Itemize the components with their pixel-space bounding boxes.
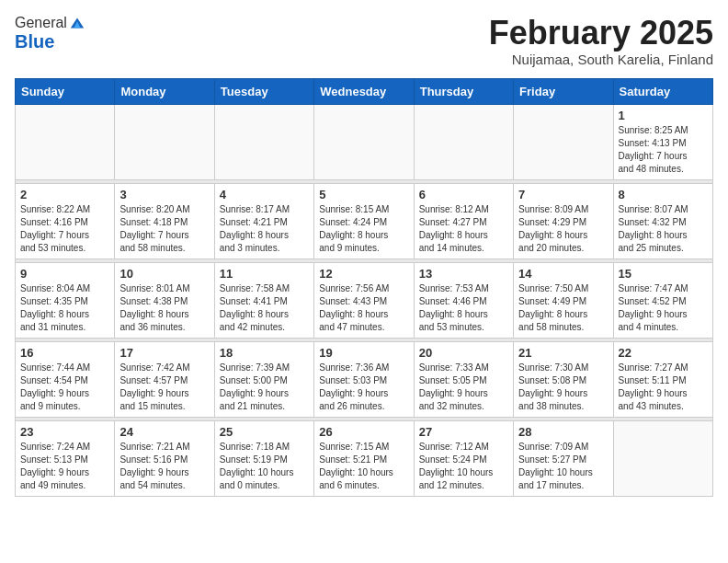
- day-number: 12: [319, 267, 408, 281]
- weekday-header-tuesday: Tuesday: [214, 78, 313, 104]
- day-number: 26: [319, 425, 408, 439]
- day-number: 2: [20, 188, 109, 201]
- calendar-cell: 3Sunrise: 8:20 AM Sunset: 4:18 PM Daylig…: [115, 183, 214, 259]
- calendar-cell: 22Sunrise: 7:27 AM Sunset: 5:11 PM Dayli…: [613, 341, 712, 417]
- page-subtitle: Nuijamaa, South Karelia, Finland: [489, 52, 713, 67]
- day-number: 6: [419, 188, 508, 201]
- day-number: 15: [619, 267, 708, 281]
- calendar-cell: 27Sunrise: 7:12 AM Sunset: 5:24 PM Dayli…: [414, 420, 513, 496]
- calendar-cell: 8Sunrise: 8:07 AM Sunset: 4:32 PM Daylig…: [613, 183, 712, 259]
- calendar-cell: 2Sunrise: 8:22 AM Sunset: 4:16 PM Daylig…: [16, 183, 115, 259]
- day-info: Sunrise: 8:12 AM Sunset: 4:27 PM Dayligh…: [419, 203, 508, 255]
- calendar-cell: 12Sunrise: 7:56 AM Sunset: 4:43 PM Dayli…: [314, 262, 414, 338]
- day-number: 5: [319, 188, 408, 201]
- calendar-week-row: 9Sunrise: 8:04 AM Sunset: 4:35 PM Daylig…: [16, 262, 713, 338]
- day-info: Sunrise: 7:36 AM Sunset: 5:03 PM Dayligh…: [319, 362, 408, 413]
- calendar-cell: 16Sunrise: 7:44 AM Sunset: 4:54 PM Dayli…: [16, 341, 115, 417]
- weekday-header-thursday: Thursday: [414, 78, 513, 104]
- logo-icon: [69, 15, 85, 31]
- day-info: Sunrise: 7:27 AM Sunset: 5:11 PM Dayligh…: [619, 362, 708, 413]
- day-number: 18: [220, 346, 309, 360]
- day-info: Sunrise: 7:58 AM Sunset: 4:41 PM Dayligh…: [220, 282, 309, 334]
- day-number: 19: [319, 346, 408, 360]
- calendar-cell: 5Sunrise: 8:15 AM Sunset: 4:24 PM Daylig…: [314, 183, 414, 259]
- calendar-cell: 1Sunrise: 8:25 AM Sunset: 4:13 PM Daylig…: [613, 104, 712, 179]
- weekday-header-row: SundayMondayTuesdayWednesdayThursdayFrid…: [16, 78, 713, 104]
- calendar-cell: 20Sunrise: 7:33 AM Sunset: 5:05 PM Dayli…: [414, 341, 513, 417]
- weekday-header-wednesday: Wednesday: [314, 78, 414, 104]
- title-block: February 2025 Nuijamaa, South Karelia, F…: [489, 15, 713, 67]
- day-number: 22: [619, 346, 708, 360]
- calendar-cell: [514, 104, 613, 179]
- calendar-cell: [613, 420, 712, 496]
- calendar-week-row: 2Sunrise: 8:22 AM Sunset: 4:16 PM Daylig…: [16, 183, 713, 259]
- day-number: 4: [220, 188, 309, 201]
- calendar-cell: [16, 104, 115, 179]
- page-header: General Blue February 2025 Nuijamaa, Sou…: [15, 15, 713, 67]
- day-number: 20: [419, 346, 508, 360]
- day-info: Sunrise: 8:04 AM Sunset: 4:35 PM Dayligh…: [20, 282, 109, 334]
- day-number: 11: [220, 267, 309, 281]
- day-number: 28: [518, 425, 608, 439]
- day-number: 9: [20, 267, 109, 281]
- calendar-cell: 11Sunrise: 7:58 AM Sunset: 4:41 PM Dayli…: [214, 262, 313, 338]
- weekday-header-friday: Friday: [514, 78, 613, 104]
- calendar-cell: 17Sunrise: 7:42 AM Sunset: 4:57 PM Dayli…: [115, 341, 214, 417]
- day-info: Sunrise: 8:20 AM Sunset: 4:18 PM Dayligh…: [119, 203, 209, 255]
- calendar-week-row: 1Sunrise: 8:25 AM Sunset: 4:13 PM Daylig…: [16, 104, 713, 179]
- day-info: Sunrise: 7:56 AM Sunset: 4:43 PM Dayligh…: [319, 282, 408, 334]
- day-number: 10: [119, 267, 209, 281]
- day-number: 21: [518, 346, 608, 360]
- calendar-cell: [414, 104, 513, 179]
- day-info: Sunrise: 8:25 AM Sunset: 4:13 PM Dayligh…: [619, 124, 708, 176]
- logo-blue-text: Blue: [15, 31, 54, 52]
- day-info: Sunrise: 7:30 AM Sunset: 5:08 PM Dayligh…: [518, 362, 608, 413]
- calendar-cell: 18Sunrise: 7:39 AM Sunset: 5:00 PM Dayli…: [214, 341, 313, 417]
- calendar-cell: 9Sunrise: 8:04 AM Sunset: 4:35 PM Daylig…: [16, 262, 115, 338]
- calendar-cell: [214, 104, 313, 179]
- day-info: Sunrise: 8:15 AM Sunset: 4:24 PM Dayligh…: [319, 203, 408, 255]
- day-info: Sunrise: 8:17 AM Sunset: 4:21 PM Dayligh…: [220, 203, 309, 255]
- calendar-week-row: 23Sunrise: 7:24 AM Sunset: 5:13 PM Dayli…: [16, 420, 713, 496]
- day-number: 16: [20, 346, 109, 360]
- day-info: Sunrise: 8:09 AM Sunset: 4:29 PM Dayligh…: [518, 203, 608, 255]
- day-info: Sunrise: 7:21 AM Sunset: 5:16 PM Dayligh…: [119, 441, 209, 492]
- weekday-header-sunday: Sunday: [16, 78, 115, 104]
- logo: General Blue: [15, 15, 85, 52]
- day-number: 24: [119, 425, 209, 439]
- calendar-table: SundayMondayTuesdayWednesdayThursdayFrid…: [15, 78, 713, 497]
- calendar-cell: 13Sunrise: 7:53 AM Sunset: 4:46 PM Dayli…: [414, 262, 513, 338]
- day-info: Sunrise: 7:12 AM Sunset: 5:24 PM Dayligh…: [419, 441, 508, 492]
- calendar-cell: 23Sunrise: 7:24 AM Sunset: 5:13 PM Dayli…: [16, 420, 115, 496]
- calendar-cell: [115, 104, 214, 179]
- day-info: Sunrise: 8:07 AM Sunset: 4:32 PM Dayligh…: [619, 203, 708, 255]
- day-info: Sunrise: 7:33 AM Sunset: 5:05 PM Dayligh…: [419, 362, 508, 413]
- calendar-cell: 10Sunrise: 8:01 AM Sunset: 4:38 PM Dayli…: [115, 262, 214, 338]
- weekday-header-saturday: Saturday: [613, 78, 712, 104]
- page-title: February 2025: [489, 15, 713, 52]
- logo-general-text: General: [15, 15, 67, 31]
- calendar-cell: 6Sunrise: 8:12 AM Sunset: 4:27 PM Daylig…: [414, 183, 513, 259]
- day-info: Sunrise: 7:47 AM Sunset: 4:52 PM Dayligh…: [619, 282, 708, 334]
- day-info: Sunrise: 7:15 AM Sunset: 5:21 PM Dayligh…: [319, 441, 408, 492]
- calendar-cell: 21Sunrise: 7:30 AM Sunset: 5:08 PM Dayli…: [514, 341, 613, 417]
- day-number: 23: [20, 425, 109, 439]
- calendar-cell: [314, 104, 414, 179]
- calendar-cell: 24Sunrise: 7:21 AM Sunset: 5:16 PM Dayli…: [115, 420, 214, 496]
- day-number: 17: [119, 346, 209, 360]
- day-number: 25: [220, 425, 309, 439]
- day-info: Sunrise: 8:22 AM Sunset: 4:16 PM Dayligh…: [20, 203, 109, 255]
- calendar-cell: 28Sunrise: 7:09 AM Sunset: 5:27 PM Dayli…: [514, 420, 613, 496]
- day-info: Sunrise: 7:42 AM Sunset: 4:57 PM Dayligh…: [119, 362, 209, 413]
- weekday-header-monday: Monday: [115, 78, 214, 104]
- calendar-cell: 26Sunrise: 7:15 AM Sunset: 5:21 PM Dayli…: [314, 420, 414, 496]
- day-info: Sunrise: 7:24 AM Sunset: 5:13 PM Dayligh…: [20, 441, 109, 492]
- day-info: Sunrise: 7:53 AM Sunset: 4:46 PM Dayligh…: [419, 282, 508, 334]
- day-info: Sunrise: 7:39 AM Sunset: 5:00 PM Dayligh…: [220, 362, 309, 413]
- day-number: 14: [518, 267, 608, 281]
- calendar-cell: 15Sunrise: 7:47 AM Sunset: 4:52 PM Dayli…: [613, 262, 712, 338]
- calendar-cell: 7Sunrise: 8:09 AM Sunset: 4:29 PM Daylig…: [514, 183, 613, 259]
- calendar-week-row: 16Sunrise: 7:44 AM Sunset: 4:54 PM Dayli…: [16, 341, 713, 417]
- calendar-cell: 4Sunrise: 8:17 AM Sunset: 4:21 PM Daylig…: [214, 183, 313, 259]
- day-info: Sunrise: 7:50 AM Sunset: 4:49 PM Dayligh…: [518, 282, 608, 334]
